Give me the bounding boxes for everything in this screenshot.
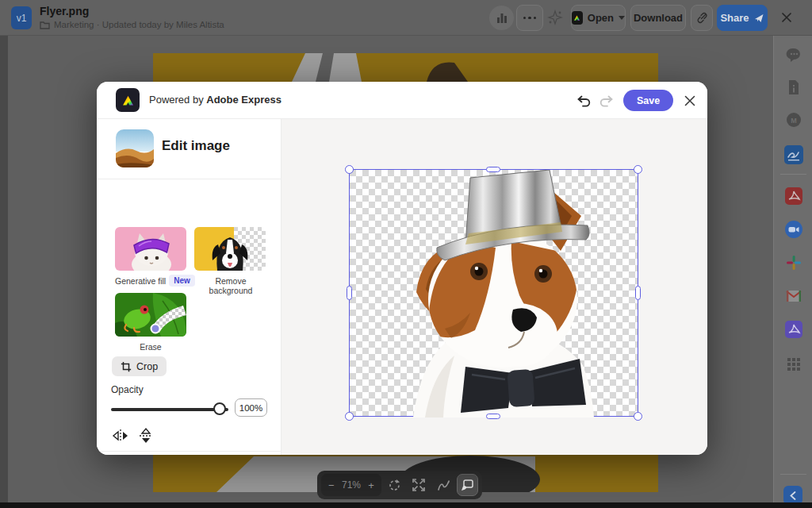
opacity-value-field[interactable]: 100% [235,398,267,417]
ai-sparkle-icon [547,10,563,29]
selection-handle-top[interactable] [486,167,500,172]
expand-icon [412,479,425,491]
divider [97,451,282,452]
share-button[interactable]: Share [717,5,768,31]
download-button-label: Download [634,12,683,24]
share-arrow-icon [754,13,764,23]
zoom-in-button[interactable]: + [368,479,374,491]
flip-vertical-icon [138,427,154,444]
caret-down-icon [619,16,625,20]
redo-button-disabled[interactable] [596,91,615,110]
selection-handle-bottom[interactable] [486,414,500,419]
edit-image-button-active[interactable] [457,474,478,496]
app-top-bar: v1 Flyer.png Marketing · Updated today b… [0,0,812,36]
acrobat-icon[interactable] [784,187,803,206]
selection-handle-bottom-right[interactable] [634,412,642,421]
viewer-toolbar: − 71% + [317,471,482,499]
window-bottom-edge [0,502,812,508]
dropbox-sign-icon[interactable] [784,145,803,164]
image-edit-icon [461,479,473,491]
remove-background-tile[interactable] [194,227,266,271]
undo-icon [576,94,592,107]
panel-title: Edit image [162,138,230,154]
activity-button[interactable] [489,6,514,30]
close-icon [684,94,696,107]
chevron-left-icon [790,491,796,500]
file-meta: Marketing · Updated today by Miles Altis… [40,20,224,29]
download-button[interactable]: Download [630,5,686,31]
image-selection[interactable] [349,169,638,417]
ellipsis-icon [523,17,537,20]
selection-handle-top-right[interactable] [634,165,642,174]
adobe-express-mini-logo [572,11,583,25]
save-button[interactable]: Save [623,90,673,111]
adobe-express-logo [116,88,140,112]
flip-horizontal-button[interactable] [111,426,130,445]
rotate-icon [388,479,401,492]
svg-text:M: M [791,117,797,125]
selection-handle-top-left[interactable] [345,165,354,174]
open-button-label: Open [588,12,614,24]
source-image-thumbnail [116,129,154,167]
selection-handle-right[interactable] [635,286,641,300]
redo-icon [599,94,614,107]
close-modal-button[interactable] [680,91,699,110]
copy-link-button[interactable] [691,5,713,31]
opacity-slider-thumb[interactable] [213,402,226,415]
file-meta-text: Marketing · Updated today by Miles Altis… [54,20,224,29]
crop-icon [121,361,132,372]
zoom-level: 71% [342,479,361,491]
version-badge[interactable]: v1 [11,6,32,29]
open-with-button[interactable]: Open [571,5,626,31]
modal-header: Powered by Adobe Express Save [97,82,707,119]
generative-fill-label-row: Generative fill New [115,275,197,287]
more-actions-button[interactable] [516,5,543,31]
share-button-label: Share [720,12,749,24]
divider [97,179,282,179]
rotate-button[interactable] [383,473,406,497]
sidebar-divider-bottom [780,474,806,475]
integrations-sidebar: M [773,36,812,502]
crop-button[interactable]: Crop [112,356,167,376]
file-info-icon[interactable] [784,78,803,97]
flip-horizontal-icon [112,428,129,444]
zoom-controls: − 71% + [321,474,381,496]
generative-fill-tile[interactable] [115,227,186,271]
sidebar-divider [780,174,806,175]
zoom-icon[interactable] [784,220,803,239]
powered-by-brand: Adobe Express [206,94,282,106]
flyer-ear-hint [427,63,468,83]
undo-button[interactable] [574,91,593,110]
crop-button-label: Crop [136,361,158,372]
close-icon [780,11,793,24]
mention-icon[interactable]: M [784,110,803,129]
screen: v1 Flyer.png Marketing · Updated today b… [0,0,812,508]
remove-background-label: Remove background [196,276,266,295]
opacity-label: Opacity [111,384,144,395]
draw-button[interactable] [432,473,455,497]
erase-tile[interactable] [115,293,186,337]
window-edge [0,36,8,502]
adobe-express-modal: Powered by Adobe Express Save [97,82,707,455]
flip-vertical-button[interactable] [136,426,155,445]
bar-chart-icon [496,13,508,23]
selection-handle-bottom-left[interactable] [345,412,354,421]
opacity-slider-track[interactable] [111,408,228,411]
zoom-out-button[interactable]: − [328,479,335,491]
link-icon [696,12,708,24]
new-badge: New [169,275,195,287]
slack-icon[interactable] [784,253,803,272]
close-preview-button[interactable] [780,11,793,27]
erase-label: Erase [115,342,186,352]
adobe-acrobat-purple-icon[interactable] [784,320,803,339]
powered-by-text: Powered by Adobe Express [149,94,282,106]
gmail-icon[interactable] [784,287,803,306]
edit-tools-panel: Edit image [97,119,282,455]
generative-fill-label: Generative fill [115,276,166,286]
selection-handle-left[interactable] [347,286,352,300]
comments-icon[interactable] [784,45,803,64]
edit-canvas[interactable] [282,119,707,455]
fullscreen-button[interactable] [408,473,431,497]
file-title: Flyer.png [40,5,89,17]
apps-grid-icon[interactable] [784,355,803,374]
